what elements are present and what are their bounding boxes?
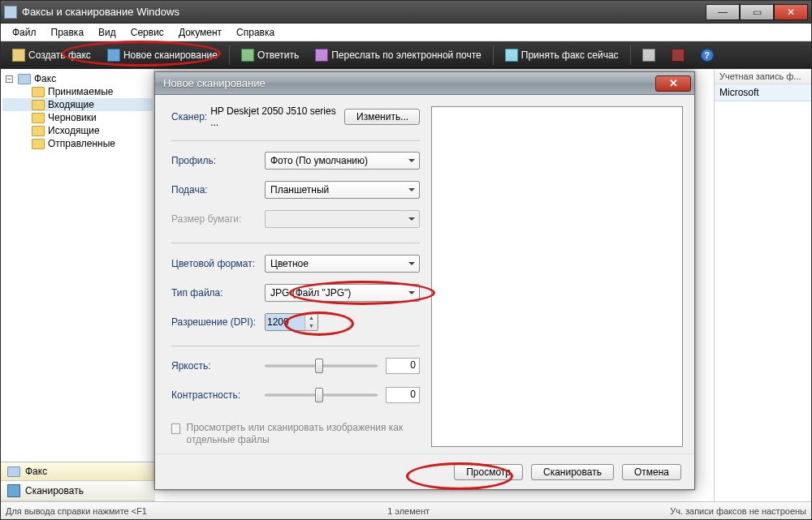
source-value: Планшетный (270, 184, 329, 196)
status-bar: Для вывода справки нажмите <F1 1 элемент… (1, 501, 811, 519)
reply-button[interactable]: Ответить (235, 46, 305, 64)
menu-service[interactable]: Сервис (124, 25, 171, 40)
menu-document[interactable]: Документ (172, 25, 228, 40)
print-button[interactable] (636, 46, 662, 64)
forward-icon (315, 49, 328, 62)
tree-item-receiving[interactable]: Принимаемые (2, 85, 153, 98)
menu-file[interactable]: Файл (6, 25, 43, 40)
contrast-slider[interactable] (265, 386, 378, 404)
tree-item-drafts[interactable]: Черновики (2, 111, 153, 124)
collapse-icon[interactable]: − (6, 75, 13, 83)
color-format-value: Цветное (270, 258, 309, 269)
menu-help[interactable]: Справка (230, 25, 281, 40)
source-label: Подача: (171, 184, 265, 196)
status-item-count: 1 элемент (387, 506, 430, 516)
separate-files-label: Просмотреть или сканировать изображения … (187, 422, 421, 447)
window-title: Факсы и сканирование Windows (22, 6, 706, 18)
forward-button[interactable]: Переслать по электронной почте (309, 46, 488, 64)
folder-tree: − Факс Принимаемые Входящие Черновики Ис… (1, 69, 155, 519)
color-format-combo[interactable]: Цветное (265, 255, 420, 273)
create-fax-label: Создать факс (28, 49, 91, 61)
profile-combo[interactable]: Фото (По умолчанию) (265, 152, 420, 170)
toolbar-separator (630, 45, 631, 65)
help-button[interactable]: ? (694, 46, 720, 64)
brightness-value: 0 (386, 358, 420, 374)
dpi-spinner[interactable]: ▲▼ (304, 314, 317, 330)
folder-icon (32, 100, 45, 110)
reply-icon (241, 49, 254, 62)
change-scanner-button[interactable]: Изменить... (344, 109, 420, 125)
scan-button[interactable]: Сканировать (531, 464, 614, 480)
window-minimize-button[interactable]: — (706, 4, 740, 20)
slider-thumb[interactable] (315, 359, 323, 373)
tree-item-label: Входящие (48, 99, 94, 110)
paper-size-label: Размер бумаги: (171, 213, 265, 225)
delete-button[interactable] (665, 46, 691, 64)
tree-root-fax[interactable]: − Факс (2, 72, 153, 85)
delete-icon (672, 49, 685, 62)
new-scan-dialog: Новое сканирование ✕ Сканер: HP Deskjet … (154, 71, 695, 490)
reply-label: Ответить (257, 49, 299, 61)
accounts-value[interactable]: Microsoft (715, 84, 811, 101)
receive-fax-button[interactable]: Принять факс сейчас (499, 46, 625, 64)
nav-scan-button[interactable]: Сканировать (1, 481, 155, 501)
preview-button[interactable]: Просмотр (454, 464, 523, 480)
menu-edit[interactable]: Правка (45, 25, 91, 40)
dpi-field[interactable] (266, 314, 304, 330)
accounts-header: Учетная запись ф... (715, 69, 811, 84)
brightness-label: Яркость: (171, 360, 265, 372)
nav-fax-button[interactable]: Факс (1, 462, 155, 481)
nav-scan-label: Сканировать (25, 485, 84, 496)
file-type-combo[interactable]: JPG (Файл "JPG") (265, 284, 420, 302)
receive-fax-label: Принять факс сейчас (521, 49, 619, 61)
folder-icon (32, 126, 45, 136)
spin-up-icon[interactable]: ▲ (305, 314, 317, 322)
tree-item-label: Принимаемые (48, 86, 113, 97)
tree-item-label: Исходящие (48, 125, 100, 136)
separate-files-checkbox[interactable] (171, 423, 180, 434)
forward-label: Переслать по электронной почте (331, 49, 482, 61)
tree-root-label: Факс (34, 73, 56, 84)
spin-down-icon[interactable]: ▼ (305, 322, 317, 330)
fax-icon (7, 466, 20, 477)
cancel-button[interactable]: Отмена (622, 464, 681, 480)
file-type-value: JPG (Файл "JPG") (270, 287, 351, 299)
folder-icon (32, 87, 45, 97)
scanner-label: Сканер: (171, 111, 207, 122)
dialog-close-button[interactable]: ✕ (655, 75, 691, 92)
preview-area (431, 106, 683, 447)
tree-item-outgoing[interactable]: Исходящие (2, 124, 153, 137)
dpi-label: Разрешение (DPI): (171, 316, 265, 328)
paper-size-combo (265, 210, 420, 228)
fax-icon (12, 49, 25, 62)
dpi-input[interactable]: ▲▼ (265, 313, 318, 331)
color-format-label: Цветовой формат: (171, 258, 265, 269)
app-icon (4, 6, 17, 19)
file-type-label: Тип файла: (171, 287, 265, 299)
status-help-text: Для вывода справки нажмите <F1 (6, 506, 147, 516)
nav-switcher: Факс Сканировать (1, 462, 155, 501)
tree-item-inbox[interactable]: Входящие (2, 98, 153, 111)
accounts-panel: Учетная запись ф... Microsoft (714, 69, 811, 519)
contrast-label: Контрастность: (171, 389, 265, 401)
window-close-button[interactable]: ✕ (774, 4, 808, 20)
folder-icon (32, 113, 45, 123)
menu-view[interactable]: Вид (92, 25, 123, 40)
contrast-value: 0 (386, 387, 420, 403)
nav-fax-label: Факс (25, 466, 47, 477)
status-fax-accounts: Уч. записи факсов не настроены (670, 506, 806, 516)
brightness-slider[interactable] (265, 357, 378, 375)
tree-item-sent[interactable]: Отправленные (2, 137, 153, 150)
profile-label: Профиль: (171, 155, 265, 166)
create-fax-button[interactable]: Создать факс (6, 46, 97, 64)
tree-item-label: Отправленные (48, 138, 115, 149)
dialog-title: Новое сканирование (163, 77, 655, 89)
slider-thumb[interactable] (315, 388, 323, 402)
help-icon: ? (701, 49, 714, 62)
window-maximize-button[interactable]: ▭ (740, 4, 774, 20)
source-combo[interactable]: Планшетный (265, 181, 420, 199)
printer-icon (642, 49, 655, 62)
toolbar-separator (493, 45, 494, 65)
new-scan-button[interactable]: Новое сканирование (101, 46, 224, 64)
profile-value: Фото (По умолчанию) (270, 155, 368, 166)
